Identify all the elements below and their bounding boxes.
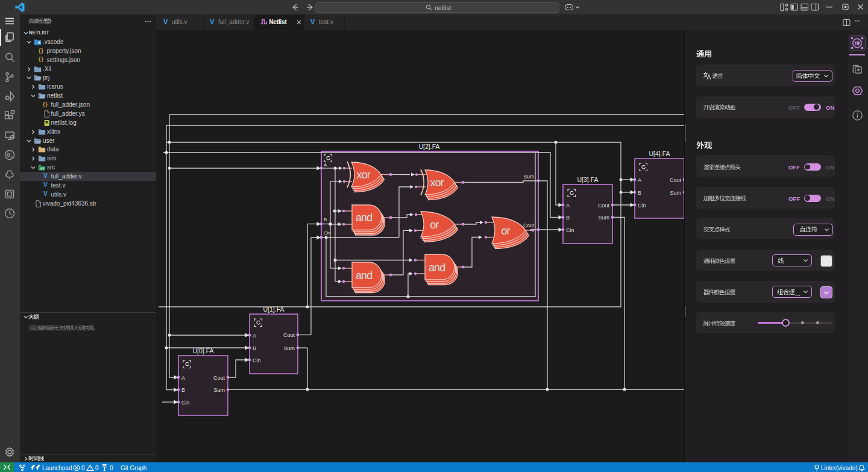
svg-text:A: A: [181, 375, 185, 381]
svg-text:U[4].FA: U[4].FA: [649, 150, 670, 157]
svg-text:Sum: Sum: [598, 215, 609, 221]
svg-text:B: B: [324, 217, 327, 222]
svg-text:xor: xor: [356, 169, 370, 181]
svg-text:or: or: [430, 219, 439, 231]
svg-text:Cin: Cin: [638, 203, 646, 209]
svg-text:B: B: [253, 345, 256, 351]
svg-text:Cin: Cin: [566, 227, 574, 233]
svg-text:Sum: Sum: [283, 345, 295, 351]
svg-text:Sum: Sum: [524, 174, 534, 180]
svg-text:A: A: [566, 203, 570, 209]
svg-text:and: and: [429, 262, 445, 274]
svg-text:Sum: Sum: [670, 190, 681, 196]
svg-text:Cin: Cin: [181, 400, 190, 406]
svg-text:U[1].FA: U[1].FA: [263, 306, 284, 313]
svg-text:B: B: [566, 215, 570, 221]
svg-text:U[3].FA: U[3].FA: [577, 176, 598, 183]
svg-text:and: and: [356, 269, 372, 282]
svg-text:A: A: [638, 177, 641, 183]
svg-text:Cin: Cin: [324, 230, 331, 236]
svg-text:A: A: [253, 333, 256, 339]
svg-text:Cout: Cout: [670, 177, 682, 183]
svg-text:xor: xor: [430, 177, 444, 189]
svg-text:Cout: Cout: [523, 222, 535, 228]
svg-text:Cout: Cout: [213, 375, 225, 381]
svg-text:Cout: Cout: [598, 203, 610, 209]
svg-text:A: A: [324, 162, 327, 168]
svg-text:U[0].FA: U[0].FA: [192, 347, 213, 354]
svg-text:Sum: Sum: [213, 387, 225, 393]
svg-text:Cout: Cout: [283, 332, 295, 338]
svg-text:Cin: Cin: [253, 357, 261, 363]
svg-text:and: and: [356, 212, 372, 224]
svg-text:U[2].FA: U[2].FA: [418, 143, 439, 150]
svg-text:B: B: [638, 190, 641, 196]
svg-text:or: or: [501, 225, 510, 237]
svg-text:B: B: [181, 387, 185, 393]
